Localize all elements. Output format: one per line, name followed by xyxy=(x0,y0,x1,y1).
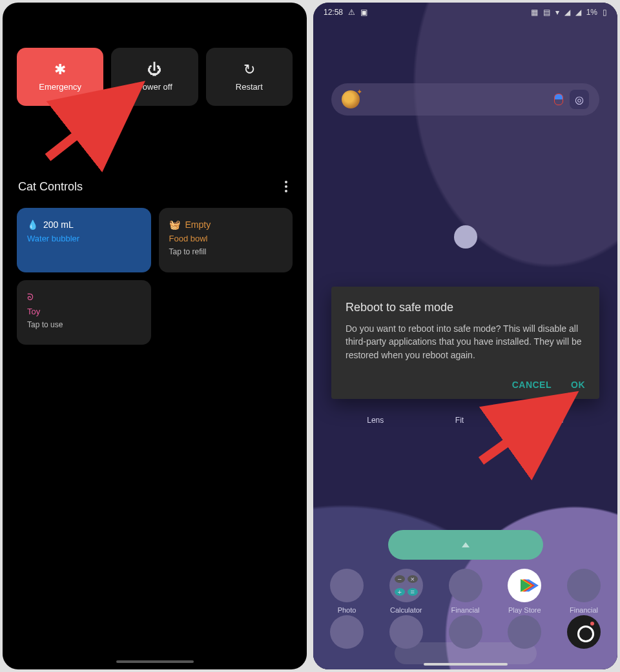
restart-button[interactable]: ↻ Restart xyxy=(206,48,293,106)
folder-label: Lifestyle xyxy=(535,416,564,425)
app-label: Photo xyxy=(338,606,356,614)
mic-icon[interactable] xyxy=(554,94,563,105)
folder-labels-row: Lens Fit Lifestyle xyxy=(331,416,599,425)
controls-title: Cat Controls xyxy=(18,180,83,194)
safe-mode-dialog: Reboot to safe mode Do you want to reboo… xyxy=(331,287,599,399)
financial-folder-2[interactable]: Financial xyxy=(564,569,603,614)
controls-header: Cat Controls xyxy=(3,106,307,208)
dock-phone-folder[interactable] xyxy=(327,615,366,653)
warning-icon: ⚠ xyxy=(348,8,355,17)
folder-label: Fit xyxy=(455,416,464,425)
signal-icon-2: ◢ xyxy=(575,8,581,17)
financial-folder-1[interactable]: Financial xyxy=(446,569,485,614)
water-bubbler-card[interactable]: 💧 200 mL Water bubbler xyxy=(17,208,151,272)
food-sub: Tap to refill xyxy=(169,247,283,256)
dock-reddit-folder[interactable] xyxy=(387,615,426,653)
google-logo-icon xyxy=(342,90,360,108)
drawer-handle[interactable] xyxy=(388,530,543,560)
cast-icon: ▦ xyxy=(531,8,538,17)
photo-folder[interactable]: Photo xyxy=(327,569,366,614)
lens-icon[interactable]: ◎ xyxy=(570,90,589,109)
water-drop-icon: 💧 xyxy=(27,219,38,230)
gesture-bar[interactable] xyxy=(116,660,194,663)
card-top: 💧 200 mL xyxy=(27,219,141,230)
toy-card[interactable]: ᘐ Toy Tap to use xyxy=(17,280,151,345)
status-bar: 12:58 ⚠ ▣ ▦ ▤ ▾ ◢ ◢ 1% ▯ xyxy=(313,3,617,22)
toy-icon: ᘐ xyxy=(27,292,34,303)
water-name: Water bubbler xyxy=(27,234,141,243)
food-bowl-card[interactable]: 🧺 Empty Food bowl Tap to refill xyxy=(159,208,293,272)
power-off-label: Power off xyxy=(137,82,172,92)
app-label: Play Store xyxy=(508,606,541,614)
toy-sub: Tap to use xyxy=(27,320,141,329)
vibrate-icon: ▤ xyxy=(543,8,550,17)
dock-camera-app[interactable] xyxy=(564,615,603,653)
restart-label: Restart xyxy=(236,82,263,92)
ok-button[interactable]: OK xyxy=(571,380,585,390)
dock-security-folder[interactable] xyxy=(446,615,485,653)
left-screenshot: ✱ Emergency ⏻ Power off ↻ Restart Cat Co… xyxy=(3,3,307,669)
card-top: ᘐ xyxy=(27,292,141,303)
restart-icon: ↻ xyxy=(243,63,255,77)
water-value: 200 mL xyxy=(43,219,74,230)
calculator-folder[interactable]: −× += Calculator xyxy=(387,569,426,614)
dock-browser-folder[interactable] xyxy=(505,615,544,653)
app-row-1: Photo −× += Calculator Financial Play St… xyxy=(327,569,603,614)
overflow-menu-icon[interactable] xyxy=(281,177,291,196)
battery-text: 1% xyxy=(586,8,597,17)
app-label: Financial xyxy=(451,606,479,614)
app-label: Financial xyxy=(570,606,598,614)
emergency-button[interactable]: ✱ Emergency xyxy=(17,48,103,106)
dialog-actions: CANCEL OK xyxy=(346,380,585,390)
power-icon: ⏻ xyxy=(147,63,161,77)
medical-icon: ✱ xyxy=(54,63,66,77)
screenshot-icon: ▣ xyxy=(360,8,367,17)
right-screenshot: 12:58 ⚠ ▣ ▦ ▤ ▾ ◢ ◢ 1% ▯ ◎ Reboot to saf… xyxy=(313,3,617,669)
card-top: 🧺 Empty xyxy=(169,219,283,230)
battery-icon: ▯ xyxy=(603,8,607,17)
app-row-2 xyxy=(327,615,603,653)
dialog-title: Reboot to safe mode xyxy=(346,301,585,314)
power-off-button[interactable]: ⏻ Power off xyxy=(111,48,198,106)
controls-grid: 💧 200 mL Water bubbler 🧺 Empty Food bowl… xyxy=(3,208,307,345)
signal-icon-1: ◢ xyxy=(564,8,570,17)
clock: 12:58 xyxy=(324,8,343,17)
folder-label: Lens xyxy=(367,416,384,425)
food-value: Empty xyxy=(185,219,211,230)
cancel-button[interactable]: CANCEL xyxy=(512,380,552,390)
wallpaper-moon xyxy=(454,225,477,249)
wifi-icon: ▾ xyxy=(555,8,559,17)
power-menu-row: ✱ Emergency ⏻ Power off ↻ Restart xyxy=(3,3,307,106)
app-label: Calculator xyxy=(390,606,422,614)
gesture-bar[interactable] xyxy=(424,663,508,666)
toy-name: Toy xyxy=(27,307,141,316)
emergency-label: Emergency xyxy=(39,82,81,92)
google-search-bar[interactable]: ◎ xyxy=(331,83,599,116)
play-store-app[interactable]: Play Store xyxy=(505,569,544,614)
food-name: Food bowl xyxy=(169,234,283,243)
dialog-body: Do you want to reboot into safe mode? Th… xyxy=(346,322,585,361)
bowl-icon: 🧺 xyxy=(169,219,180,230)
